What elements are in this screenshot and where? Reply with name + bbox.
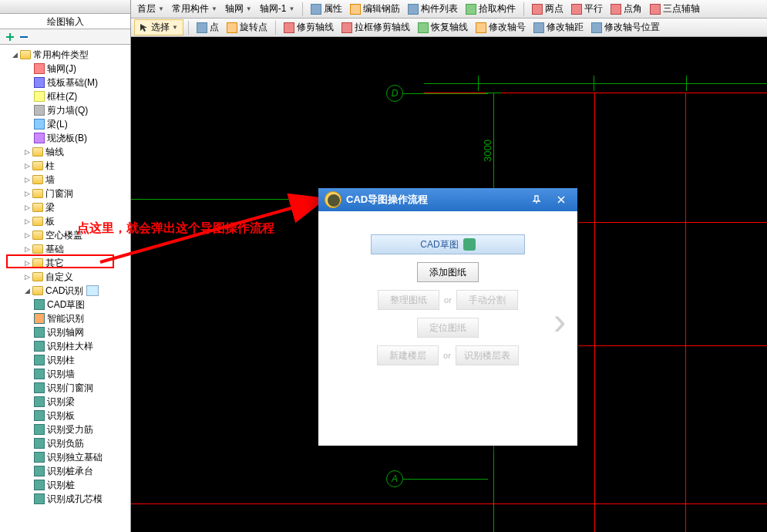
axis-line <box>131 199 316 200</box>
expander-icon[interactable]: ▷ <box>23 176 31 184</box>
tree-column[interactable]: ▷柱 <box>0 159 130 173</box>
label: 修改轴距 <box>547 21 584 34</box>
tree-root[interactable]: ◢常用构件类型 <box>0 48 130 62</box>
tree-label: 基础 <box>45 243 64 256</box>
tree-rec-neg[interactable]: 识别负筋 <box>0 436 130 450</box>
tree-foundation[interactable]: ▷基础 <box>0 242 130 256</box>
tree-custom[interactable]: ▷自定义 <box>0 270 130 284</box>
btn-two-pt[interactable]: 两点 <box>529 2 567 17</box>
tree-shear-wall[interactable]: 剪力墙(Q) <box>0 103 130 117</box>
tree-wall[interactable]: ▷墙 <box>0 173 130 187</box>
expander-icon[interactable]: ▷ <box>23 148 31 156</box>
expand-icon[interactable] <box>5 32 15 42</box>
tree-other[interactable]: ▷其它 <box>0 256 130 270</box>
dropdown-axis[interactable]: 轴网▼ <box>222 2 255 17</box>
expander-icon[interactable]: ▷ <box>23 273 31 281</box>
tree-rec-col-detail[interactable]: 识别柱大样 <box>0 339 130 353</box>
chevron-down-icon: ▼ <box>211 5 217 12</box>
expander-icon[interactable]: ◢ <box>11 51 19 59</box>
cad-flow-dialog: CAD导图操作流程 CAD草图 添加图纸 整理图纸 or 手动分割 定位图纸 新… <box>318 188 577 446</box>
btn-add-drawing[interactable]: 添加图纸 <box>417 262 479 282</box>
tree-rec-iso[interactable]: 识别独立基础 <box>0 450 130 464</box>
tree-axis-net[interactable]: 轴网(J) <box>0 62 130 76</box>
chevron-down-icon: ▼ <box>158 5 164 12</box>
btn-point[interactable]: 点 <box>193 20 222 35</box>
btn-modify-dist[interactable]: 修改轴距 <box>530 20 587 35</box>
tree-smart[interactable]: 智能识别 <box>0 311 130 325</box>
tree-rec-pile[interactable]: 识别桩 <box>0 478 130 492</box>
tree-opening[interactable]: ▷门窗洞 <box>0 187 130 200</box>
rec-icon <box>34 424 45 435</box>
btn-box-trim[interactable]: 拉框修剪轴线 <box>338 20 413 35</box>
tree-slab[interactable]: 现浇板(B) <box>0 131 130 145</box>
tree-cad[interactable]: ◢CAD识别 <box>0 284 130 298</box>
rec-icon <box>34 410 45 421</box>
btn-modify-num[interactable]: 修改轴号 <box>473 20 529 35</box>
btn-three-pt[interactable]: 三点辅轴 <box>647 2 703 17</box>
or-label: or <box>444 295 452 305</box>
tree-frame-col[interactable]: 框柱(Z) <box>0 89 130 103</box>
btn-pick[interactable]: 拾取构件 <box>463 2 519 17</box>
modnum-icon <box>476 22 486 33</box>
rotate-icon <box>227 22 237 33</box>
btn-pt-angle[interactable]: 点角 <box>607 2 645 17</box>
tree-rec-beam[interactable]: 识别梁 <box>0 395 130 409</box>
dim-tick <box>486 93 501 93</box>
dropdown-component[interactable]: 常用构件▼ <box>169 2 220 17</box>
expander-icon[interactable]: ▷ <box>23 204 31 211</box>
expander-icon[interactable]: ▷ <box>23 259 31 267</box>
collapse-icon[interactable] <box>19 32 29 42</box>
btn-props[interactable]: 属性 <box>308 2 345 17</box>
rec-icon <box>34 327 45 338</box>
step-row-1: 整理图纸 or 手动分割 <box>378 290 518 310</box>
tree-rec-cap[interactable]: 识别桩承台 <box>0 464 130 478</box>
close-button[interactable] <box>551 192 571 207</box>
tree-beam[interactable]: 梁(L) <box>0 117 130 131</box>
btn-trim[interactable]: 修剪轴线 <box>281 20 337 35</box>
dialog-body: CAD草图 添加图纸 整理图纸 or 手动分割 定位图纸 新建楼层 or 识别楼… <box>318 211 577 389</box>
expander-icon[interactable]: ▷ <box>23 190 31 197</box>
tree-liang[interactable]: ▷梁 <box>0 200 130 214</box>
dropdown-floor[interactable]: 首层▼ <box>134 2 167 17</box>
btn-select[interactable]: 选择▼ <box>134 19 183 35</box>
expander-icon[interactable]: ▷ <box>23 162 31 170</box>
tree-rec-opening[interactable]: 识别门窗洞 <box>0 381 130 395</box>
raft-icon <box>34 77 45 88</box>
tree-cad-draft[interactable]: CAD草图 <box>0 298 130 311</box>
pick-icon <box>466 4 476 15</box>
btn-modify-pos[interactable]: 修改轴号位置 <box>588 20 663 35</box>
tree-label: 现浇板(B) <box>47 132 87 145</box>
tree-axis[interactable]: ▷轴线 <box>0 145 130 159</box>
tree-rec-rebar[interactable]: 识别受力筋 <box>0 423 130 436</box>
expander-icon[interactable]: ▷ <box>23 245 31 253</box>
axis-line-h2 <box>578 222 767 223</box>
label: 三点辅轴 <box>663 2 700 15</box>
btn-rotate-pt[interactable]: 旋转点 <box>224 20 271 35</box>
btn-edit-rebar[interactable]: 编辑钢筋 <box>347 2 403 17</box>
btn-comp-list[interactable]: 构件列表 <box>405 2 461 17</box>
gear-icon[interactable] <box>463 238 476 251</box>
dim-tick <box>478 76 479 91</box>
dropdown-axis-net[interactable]: 轴网-1▼ <box>257 2 298 17</box>
pin-button[interactable] <box>526 192 547 207</box>
tree-label: 门窗洞 <box>45 187 73 200</box>
axis-line-v2 <box>685 93 686 532</box>
tree-label: 墙 <box>45 173 55 187</box>
cad-flow-icon[interactable] <box>86 285 99 296</box>
expander-icon[interactable]: ▷ <box>23 217 31 225</box>
tree-rec-col[interactable]: 识别柱 <box>0 353 130 367</box>
btn-restore[interactable]: 恢复轴线 <box>415 20 471 35</box>
expander-icon[interactable]: ◢ <box>23 287 31 295</box>
tree-raft[interactable]: 筏板基础(M) <box>0 76 130 89</box>
tree-rec-axis[interactable]: 识别轴网 <box>0 325 130 339</box>
expander-icon[interactable]: ▷ <box>23 231 31 239</box>
tree-label: 剪力墙(Q) <box>47 104 88 117</box>
panel-tab-draw[interactable]: 绘图输入 <box>0 14 130 29</box>
dialog-titlebar[interactable]: CAD导图操作流程 <box>318 188 577 211</box>
rec-icon <box>34 466 45 476</box>
next-page-button[interactable]: › <box>550 301 570 340</box>
btn-parallel[interactable]: 平行 <box>568 2 606 17</box>
tree-rec-slab[interactable]: 识别板 <box>0 409 130 423</box>
tree-rec-wall[interactable]: 识别墙 <box>0 367 130 381</box>
tree-rec-hole[interactable]: 识别成孔芯模 <box>0 492 130 506</box>
